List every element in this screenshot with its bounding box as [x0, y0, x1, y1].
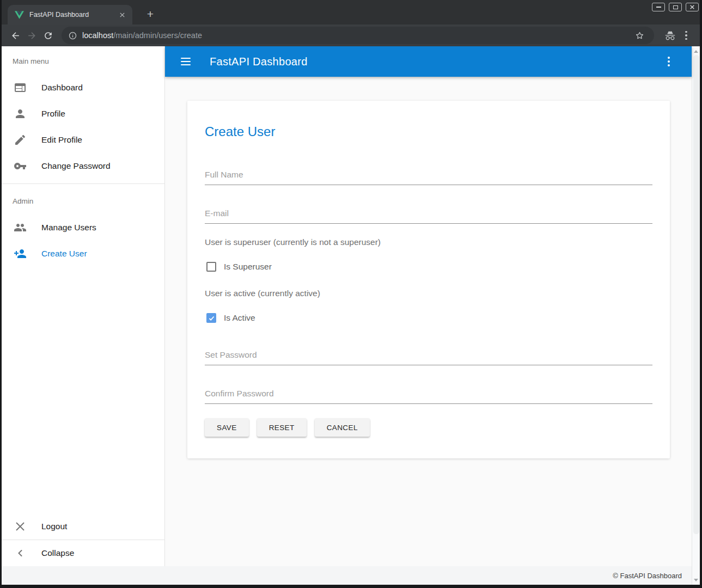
browser-menu-button[interactable]: [678, 27, 694, 44]
scroll-up-icon: [694, 50, 698, 53]
back-icon: [10, 30, 21, 41]
scroll-up-button[interactable]: [692, 47, 700, 55]
cancel-button[interactable]: CANCEL: [315, 418, 370, 437]
appbar-menu-button[interactable]: [659, 52, 679, 71]
hamburger-menu-button[interactable]: [173, 48, 199, 75]
set-password-input[interactable]: [205, 350, 652, 365]
sidebar-item-label: Collapse: [41, 548, 74, 558]
back-button[interactable]: [7, 27, 23, 44]
footer: © FastAPI Dashboard: [2, 566, 692, 585]
vue-logo-icon: [15, 11, 24, 19]
forward-icon: [27, 30, 37, 41]
superuser-hint: User is superuser (currently is not a su…: [205, 237, 652, 247]
superuser-checkbox-row[interactable]: Is Superuser: [205, 262, 652, 272]
sidebar-item-edit-profile[interactable]: Edit Profile: [2, 127, 164, 153]
browser-toolbar: localhost/main/admin/users/create: [2, 24, 700, 46]
key-icon: [14, 160, 27, 173]
scroll-down-icon: [694, 579, 698, 581]
window-controls: [652, 3, 699, 11]
footer-copyright: © FastAPI Dashboard: [613, 572, 682, 580]
tab-close-icon[interactable]: [118, 10, 127, 20]
person-icon: [14, 107, 27, 120]
pencil-icon: [14, 133, 27, 146]
maximize-icon: [673, 5, 678, 9]
sidebar-item-profile[interactable]: Profile: [2, 101, 164, 127]
sidebar-item-collapse[interactable]: Collapse: [2, 540, 164, 566]
reset-button[interactable]: RESET: [257, 418, 307, 437]
url-host: localhost: [82, 31, 113, 40]
sidebar-bottom: Logout Collapse: [2, 513, 164, 566]
logout-x-icon: [14, 520, 27, 533]
content-area: Create User User is superuser (currently…: [165, 77, 692, 566]
active-checkbox-row[interactable]: Is Active: [205, 313, 652, 323]
new-tab-button[interactable]: +: [143, 7, 158, 22]
dashboard-icon: [14, 81, 27, 94]
scroll-down-button[interactable]: [692, 576, 700, 584]
active-checkbox[interactable]: [206, 313, 216, 323]
sidebar-item-change-password[interactable]: Change Password: [2, 153, 164, 179]
sidebar-item-label: Change Password: [41, 161, 111, 171]
sidebar-item-label: Logout: [41, 522, 67, 531]
browser-kebab-icon: [685, 31, 687, 40]
checkmark-icon: [208, 315, 215, 322]
bookmark-star-icon: [634, 30, 645, 41]
appbar: FastAPI Dashboard: [165, 46, 692, 77]
incognito-icon: [662, 27, 678, 44]
sidebar-item-create-user[interactable]: Create User: [2, 241, 164, 267]
people-icon: [14, 221, 27, 234]
sidebar-item-label: Create User: [41, 249, 87, 259]
sidebar-item-logout[interactable]: Logout: [2, 513, 164, 540]
sidebar-item-label: Edit Profile: [41, 135, 82, 145]
active-checkbox-label: Is Active: [224, 313, 255, 323]
chevron-left-icon: [14, 547, 27, 560]
info-icon[interactable]: [68, 31, 77, 40]
full-name-field: [205, 170, 652, 185]
minimize-button[interactable]: [652, 3, 665, 11]
reload-icon: [43, 30, 53, 41]
sidebar: Main menu Dashboard Profile Edit Profile…: [2, 46, 165, 566]
reload-button[interactable]: [40, 27, 56, 44]
page: Main menu Dashboard Profile Edit Profile…: [2, 46, 700, 585]
sidebar-item-label: Manage Users: [41, 223, 96, 232]
browser-tab[interactable]: FastAPI Dashboard: [8, 5, 132, 24]
minimize-icon: [656, 7, 661, 8]
url-text: localhost/main/admin/users/create: [82, 31, 631, 40]
appbar-kebab-icon: [668, 57, 670, 66]
page-scrollbar[interactable]: [692, 46, 700, 585]
confirm-password-field: [205, 389, 652, 404]
forward-button[interactable]: [23, 27, 40, 44]
set-password-field: [205, 350, 652, 365]
confirm-password-input[interactable]: [205, 389, 652, 404]
superuser-checkbox[interactable]: [206, 262, 216, 272]
tab-title: FastAPI Dashboard: [29, 11, 118, 19]
sidebar-item-manage-users[interactable]: Manage Users: [2, 215, 164, 241]
scroll-thumb[interactable]: [693, 55, 699, 534]
full-name-input[interactable]: [205, 170, 652, 185]
sidebar-section-admin: Admin: [2, 188, 164, 215]
bookmark-star-button[interactable]: [631, 27, 648, 44]
person-add-icon: [14, 247, 27, 260]
url-path: /main/admin/users/create: [113, 31, 202, 40]
email-input[interactable]: [205, 209, 652, 224]
hamburger-icon: [181, 58, 191, 59]
save-button[interactable]: SAVE: [205, 418, 249, 437]
create-user-card: Create User User is superuser (currently…: [187, 101, 670, 458]
close-button[interactable]: [686, 3, 699, 11]
maximize-button[interactable]: [669, 3, 682, 11]
sidebar-item-label: Dashboard: [41, 83, 83, 93]
titlebar: FastAPI Dashboard +: [2, 0, 700, 24]
sidebar-item-dashboard[interactable]: Dashboard: [2, 75, 164, 101]
browser-window: FastAPI Dashboard + localhost/main/admin…: [0, 0, 702, 588]
close-icon: [689, 4, 695, 10]
sidebar-divider: [2, 183, 164, 184]
page-title: Create User: [205, 101, 652, 139]
appbar-title: FastAPI Dashboard: [210, 56, 308, 68]
sidebar-item-label: Profile: [41, 109, 65, 119]
sidebar-section-main-menu: Main menu: [2, 48, 164, 75]
form-actions: SAVE RESET CANCEL: [205, 418, 652, 437]
active-hint: User is active (currently active): [205, 289, 652, 298]
url-bar[interactable]: localhost/main/admin/users/create: [62, 27, 654, 44]
superuser-checkbox-label: Is Superuser: [224, 262, 272, 272]
email-field: [205, 209, 652, 224]
